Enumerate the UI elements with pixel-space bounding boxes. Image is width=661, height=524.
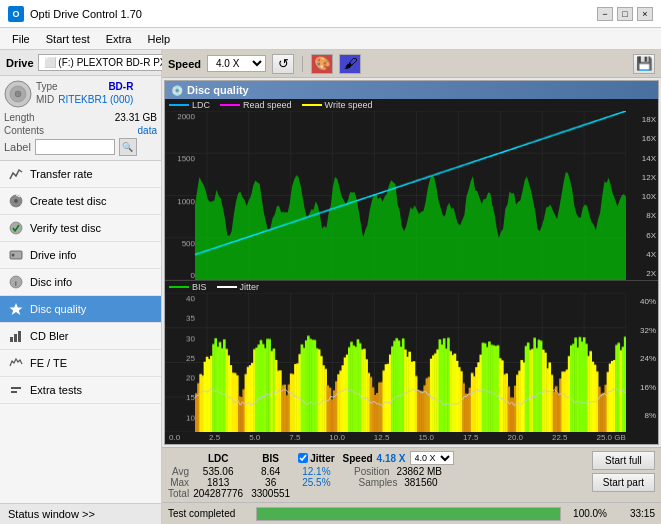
jitter-label: Jitter (310, 453, 334, 464)
start-full-button[interactable]: Start full (592, 451, 655, 470)
nav-disc-quality[interactable]: Disc quality (0, 296, 161, 323)
progress-bar-container (256, 507, 561, 521)
disc-panel: Type BD-R MID RITEKBR1 (000) Length 23.3… (0, 76, 161, 161)
jitter-total (298, 488, 342, 499)
nav-cd-bler[interactable]: CD Bler (0, 323, 161, 350)
svg-text:i: i (15, 279, 17, 288)
speed-stat-value: 4.18 X (377, 453, 406, 464)
label-icon-button[interactable]: 🔍 (119, 138, 137, 156)
bis-total: 3300551 (251, 488, 298, 499)
close-button[interactable]: × (637, 7, 653, 21)
menu-file[interactable]: File (4, 31, 38, 47)
fe-te-icon (8, 355, 24, 371)
stats-area: LDC BIS Jitter Speed (162, 447, 661, 502)
speed-label: Speed (168, 58, 201, 70)
maximize-button[interactable]: □ (617, 7, 633, 21)
color-button-1[interactable]: 🎨 (311, 54, 333, 74)
col-ldc: LDC (193, 451, 251, 466)
legend-jitter: Jitter (217, 282, 260, 292)
bis-avg: 8.64 (251, 466, 298, 477)
progress-text: 100.0% (569, 508, 607, 519)
minimize-button[interactable]: − (597, 7, 613, 21)
length-value: 23.31 GB (115, 112, 157, 123)
position-value: 23862 MB (396, 466, 442, 477)
y-40pct: 40% (626, 297, 658, 306)
nav-fe-te[interactable]: FE / TE (0, 350, 161, 377)
chart-title: Disc quality (187, 84, 249, 96)
bottom-chart-canvas (165, 293, 626, 432)
svg-rect-13 (14, 334, 17, 342)
nav-drive-info[interactable]: Drive info (0, 242, 161, 269)
menu-start-test[interactable]: Start test (38, 31, 98, 47)
mid-value: RITEKBR1 (000) (58, 94, 133, 105)
jitter-avg: 12.1% (298, 466, 342, 477)
nav-label-cd-bler: CD Bler (30, 330, 69, 342)
y-32pct: 32% (626, 326, 658, 335)
color-button-2[interactable]: 🖌 (339, 54, 361, 74)
col-jitter-header: Jitter (298, 451, 342, 466)
main-layout: Drive ⬜ (F:) PLEXTOR BD-R PX-LB950SA 1.0… (0, 50, 661, 524)
legend-bis-label: BIS (192, 282, 207, 292)
y-4x: 4X (626, 250, 658, 259)
chart-container: 💿 Disc quality LDC Read speed (164, 80, 659, 445)
x-0: 0.0 (169, 433, 180, 442)
bis-max: 36 (251, 477, 298, 488)
jitter-max: 25.5% (298, 477, 342, 488)
x-22.5: 22.5 (552, 433, 568, 442)
position-label: Position (354, 466, 390, 477)
stats-row-total: Total 204287776 3300551 (168, 488, 462, 499)
svg-marker-11 (10, 303, 23, 315)
x-12.5: 12.5 (374, 433, 390, 442)
menu-help[interactable]: Help (139, 31, 178, 47)
col-empty (168, 451, 193, 466)
legend-write-speed: Write speed (302, 100, 373, 110)
jitter-checkbox[interactable] (298, 453, 308, 463)
nav-label-verify-test-disc: Verify test disc (30, 222, 101, 234)
mid-label: MID (36, 94, 54, 105)
nav-verify-test-disc[interactable]: Verify test disc (0, 215, 161, 242)
top-chart-area: LDC Read speed Write speed (165, 99, 658, 280)
nav-create-test-disc[interactable]: Create test disc (0, 188, 161, 215)
extra-tests-icon (8, 382, 24, 398)
label-label: Label (4, 141, 31, 153)
nav-label-transfer-rate: Transfer rate (30, 168, 93, 180)
separator-1 (302, 56, 303, 72)
type-value: BD-R (108, 81, 133, 92)
start-part-button[interactable]: Start part (592, 473, 655, 492)
empty-cell (343, 488, 462, 499)
legend-ldc-label: LDC (192, 100, 210, 110)
save-button[interactable]: 💾 (633, 54, 655, 74)
speed-select[interactable]: 4.0 X 8.0 X 16.0 X (207, 55, 266, 72)
samples-label: Samples (359, 477, 398, 488)
y-8x: 8X (626, 211, 658, 220)
svg-point-4 (14, 199, 18, 203)
speed-stat-select[interactable]: 4.0 X (410, 451, 454, 465)
nav-label-disc-info: Disc info (30, 276, 72, 288)
menubar: File Start test Extra Help (0, 28, 661, 50)
svg-rect-16 (11, 391, 17, 393)
disc-info-icon: i (8, 274, 24, 290)
stats-row-max: Max 1813 36 25.5% Samples 381560 (168, 477, 462, 488)
avg-label: Avg (168, 466, 193, 477)
verify-icon (8, 220, 24, 236)
nav-disc-info[interactable]: i Disc info (0, 269, 161, 296)
label-input[interactable] (35, 139, 115, 155)
legend-bis-color (169, 286, 189, 288)
nav-extra-tests[interactable]: Extra tests (0, 377, 161, 404)
y-16pct: 16% (626, 383, 658, 392)
nav-transfer-rate[interactable]: Transfer rate (0, 161, 161, 188)
status-window-button[interactable]: Status window >> (0, 503, 161, 524)
cd-bler-icon (8, 328, 24, 344)
top-chart-right-yaxis: 18X 16X 14X 12X 10X 8X 6X 4X 2X (626, 99, 658, 280)
bottom-chart-right-yaxis: 40% 32% 24% 16% 8% (626, 281, 658, 432)
x-17.5: 17.5 (463, 433, 479, 442)
refresh-button[interactable]: ↺ (272, 54, 294, 74)
legend-ldc: LDC (169, 100, 210, 110)
menu-extra[interactable]: Extra (98, 31, 140, 47)
svg-point-8 (12, 254, 15, 257)
col-speed-label: Speed 4.18 X 4.0 X (343, 451, 462, 466)
contents-value: data (138, 125, 157, 136)
samples-value: 381560 (404, 477, 437, 488)
speed-toolbar: Speed 4.0 X 8.0 X 16.0 X ↺ 🎨 🖌 💾 (162, 50, 661, 78)
svg-point-2 (15, 91, 21, 97)
